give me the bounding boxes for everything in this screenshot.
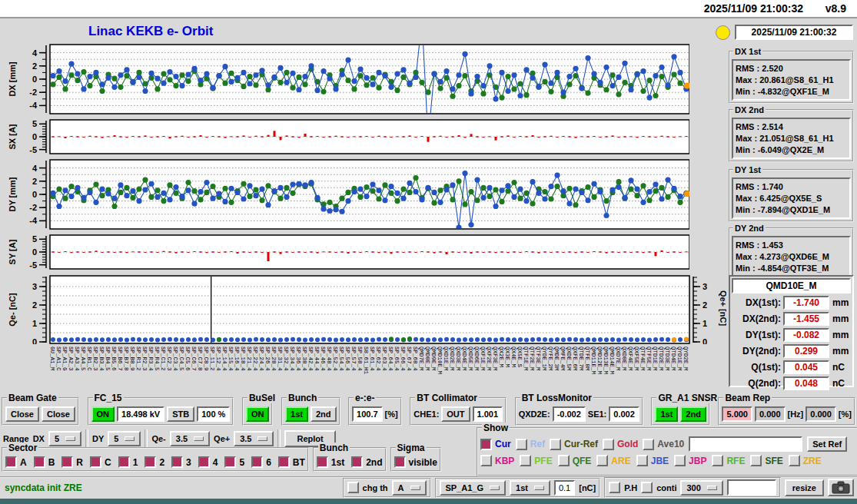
checkbox-jbp[interactable] — [674, 455, 686, 466]
bpm-label: SP_44_4 — [314, 346, 320, 371]
bpm-monitor-name[interactable]: QMD10E_M — [732, 278, 851, 293]
checkbox-ref[interactable] — [516, 439, 527, 450]
fc15-stb-button[interactable]: STB — [167, 406, 194, 422]
checkbox-kbp[interactable] — [480, 455, 492, 466]
checkbox-4[interactable] — [198, 456, 210, 468]
checkbox-visible[interactable] — [394, 456, 406, 468]
checkbox-label: Cur — [495, 439, 511, 449]
checkbox-2[interactable] — [144, 456, 156, 468]
gr-snsr-2nd-button[interactable]: 2nd — [680, 406, 706, 422]
checkbox-1st[interactable] — [317, 456, 328, 468]
bpm-label: SP_B2_3 — [92, 346, 98, 371]
checkbox-jbe[interactable] — [636, 455, 648, 466]
range-dx-select[interactable]: 5 — [48, 431, 81, 446]
checkbox-label: visible — [409, 457, 437, 468]
stat-line: Max : 6.425@QX5E_S — [736, 194, 849, 203]
beam-gate-close-2-button[interactable]: Close — [42, 406, 75, 422]
checkbox-c[interactable] — [90, 456, 101, 468]
bpm-label: SP_61_4 — [369, 346, 375, 371]
bpm-label: SP_B5_6 — [111, 346, 117, 371]
extra-input[interactable] — [727, 479, 776, 496]
checkbox-r[interactable] — [61, 456, 73, 468]
checkbox-a[interactable] — [5, 456, 17, 468]
checkbox-label: 5 — [239, 457, 244, 468]
svg-text:0: 0 — [32, 337, 37, 344]
checkbox-label: Ref — [530, 439, 545, 449]
gr-snsr-1st-button[interactable]: 1st — [655, 406, 678, 422]
checkbox-ave10[interactable] — [643, 439, 654, 450]
checkbox-item-2nd: 2nd — [351, 456, 382, 468]
optionmenu-indicator-icon — [410, 486, 420, 490]
checkbox-sfe[interactable] — [750, 455, 762, 466]
bunch-2nd-button[interactable]: 2nd — [311, 406, 337, 422]
beam-gate-close-1-button[interactable]: Close — [5, 406, 39, 422]
screenshot-button[interactable] — [828, 479, 854, 496]
optionmenu-indicator-icon — [257, 436, 267, 441]
range-qe-minus-select[interactable]: 3.5 — [170, 431, 210, 446]
fc15-on-button[interactable]: ON — [91, 406, 115, 422]
monitor-row-value: -1.455 — [783, 312, 829, 326]
checkbox-gold[interactable] — [603, 439, 614, 450]
checkbox-bt[interactable] — [278, 456, 290, 468]
bpm-label: QTD4E_M — [670, 346, 676, 371]
conti-checkbox[interactable] — [641, 482, 653, 493]
interval-select[interactable]: 300 — [680, 480, 722, 496]
range-dy-label: DY — [92, 434, 104, 443]
stat-box-title: DX 1st — [733, 47, 762, 56]
monitor-row-unit: mm — [832, 346, 849, 356]
che1-out-button[interactable]: OUT — [441, 406, 470, 422]
checkbox-item-rfe: RFE — [712, 455, 745, 466]
bunch-menu-select[interactable]: 1st — [510, 480, 550, 496]
bpm-label: SP_54_4 — [338, 346, 344, 371]
checkbox-2nd[interactable] — [351, 456, 363, 468]
checkbox-pfe[interactable] — [520, 455, 531, 466]
q-plot: 0123Qe- [nC]0123Qe+ [nC] — [6, 275, 726, 344]
fc15-legend: FC_15 — [93, 393, 124, 403]
dx-plot: 420-2-4DX [mm] — [6, 44, 689, 114]
checkbox-item-jbp: JBP — [674, 455, 706, 466]
bt-lossmonitor-legend: BT LossMonitor — [520, 393, 593, 403]
bunch-1st-button[interactable]: 1st — [285, 406, 308, 422]
monitor-row: DY(2nd):0.299mm — [730, 344, 851, 358]
set-ref-button[interactable]: Set Ref — [807, 436, 847, 452]
monitor-row-unit: nC — [832, 378, 845, 389]
checkbox-rfe[interactable] — [712, 455, 723, 466]
checkbox-label: 1st — [331, 457, 344, 468]
chg-th-checkbox[interactable] — [347, 482, 359, 493]
bpm-label: QYD1E_M — [676, 346, 683, 371]
checkbox-6[interactable] — [251, 456, 263, 468]
checkbox-are[interactable] — [596, 455, 608, 466]
ph-checkbox[interactable] — [609, 482, 620, 493]
checkbox-label: 3 — [186, 457, 191, 468]
checkbox-item-bt: BT — [278, 456, 305, 468]
stat-line: Max : 21.051@S8_61_H1 — [736, 134, 849, 143]
orbit-statistics: DX 1stRMS : 2.520Max : 20.861@S8_61_H1Mi… — [729, 51, 854, 286]
busel-on-button[interactable]: ON — [246, 406, 270, 422]
sp-device-select[interactable]: SP_A1_G — [440, 480, 507, 496]
bpm-label: QXD6E_M — [473, 346, 480, 371]
checkbox-item-gold: Gold — [603, 439, 638, 450]
range-qe-plus-select[interactable]: 3.5 — [234, 431, 274, 446]
bpm-label: SP_R3_4 — [148, 346, 154, 371]
chg-th-select[interactable]: A — [392, 480, 427, 496]
resize-button[interactable]: resize — [785, 479, 824, 496]
svg-text:Qe- [nC]: Qe- [nC] — [8, 293, 17, 327]
checkbox-cur-ref[interactable] — [550, 439, 561, 450]
threshold-input[interactable]: 0.1 — [554, 480, 575, 496]
checkbox-5[interactable] — [224, 456, 236, 468]
checkbox-3[interactable] — [171, 456, 183, 468]
svg-text:1: 1 — [703, 319, 707, 328]
checkbox-b[interactable] — [34, 456, 45, 468]
range-dy-select[interactable]: 5 — [108, 431, 141, 446]
bpm-label: QTD1E_M — [652, 346, 658, 371]
monitor-row-label: Q(2nd): — [730, 378, 781, 389]
show-group: Show CurRefCur-RefGoldAve10 Set Ref KBPP… — [477, 427, 857, 476]
checkbox-label: 4 — [213, 457, 218, 468]
sector-group: Sector ABRC123456BT — [2, 447, 309, 472]
checkbox-qfe[interactable] — [558, 455, 570, 466]
bpm-label: SP_62_4 — [375, 346, 381, 371]
checkbox-cur[interactable] — [480, 439, 492, 450]
checkbox-1[interactable] — [118, 456, 130, 468]
ref-name-input[interactable] — [689, 436, 802, 452]
checkbox-zre[interactable] — [789, 455, 800, 466]
